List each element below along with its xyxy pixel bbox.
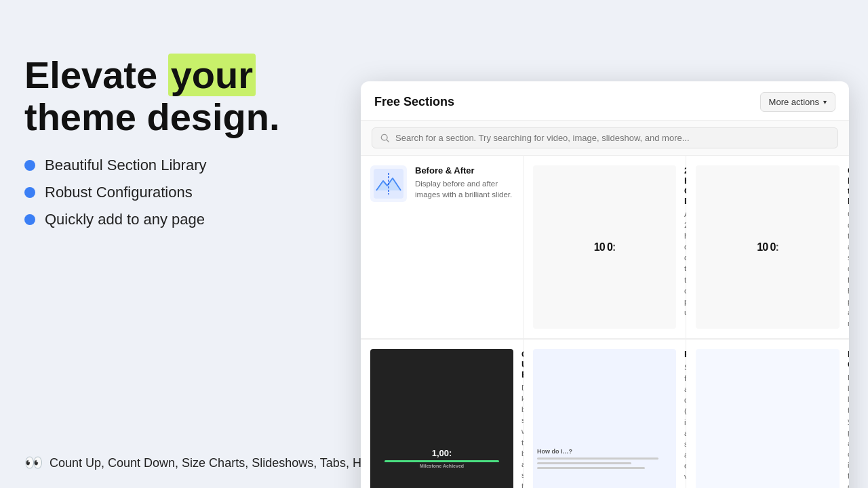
section-card-count-up-banner[interactable]: 1,00: Milestone Achieved Count Up Banner…	[361, 339, 524, 488]
card-thumb-before-after	[370, 165, 407, 202]
section-card-before-after[interactable]: Before & After Display before and after …	[361, 156, 524, 339]
card-thumb-countdown-to-date: 10 0:	[696, 165, 840, 329]
bullet-item-3: Quickly add to any page	[24, 211, 336, 228]
left-panel: Elevate your theme design. Beautiful Sec…	[24, 54, 336, 245]
faq-line-3	[537, 467, 645, 469]
section-card-feature-grid[interactable]: Feature Grid Display beautiful links to …	[686, 339, 849, 488]
card-desc-before-after: Display before and after images with a b…	[415, 178, 513, 200]
search-bar	[361, 121, 849, 156]
headline-text-2: theme design.	[24, 96, 280, 138]
search-input[interactable]	[395, 133, 829, 143]
faq-q-label: How do I…?	[537, 448, 572, 455]
countdown-to-date-text: 10 0:	[757, 241, 778, 253]
section-card-24hr-countdown[interactable]: 10 0: 24 Hour Count Down A 24 hour count…	[524, 156, 686, 339]
faq-line-2	[537, 462, 631, 464]
section-card-faq[interactable]: How do I…? FAQ Show frequently asked que…	[524, 339, 686, 488]
bullet-text-3: Quickly add to any page	[45, 211, 205, 228]
sections-grid: Before & After Display before and after …	[361, 156, 849, 488]
modal-title: Free Sections	[374, 95, 454, 109]
headline-highlight: your	[168, 54, 256, 96]
countup-bar	[384, 460, 499, 462]
bullet-item-1: Beautiful Section Library	[24, 157, 336, 174]
card-thumb-feature-grid	[696, 349, 840, 488]
headline-text-1: Elevate	[24, 54, 168, 96]
bullet-dot-1	[24, 160, 35, 171]
countup-label: Milestone Achieved	[420, 464, 464, 468]
card-thumb-faq: How do I…?	[533, 349, 676, 488]
bullet-dot-3	[24, 214, 35, 225]
bullet-dot-2	[24, 187, 35, 198]
more-actions-label: More actions	[769, 97, 819, 107]
section-card-countdown-to-date[interactable]: 10 0: Count Down to Date Count down to a…	[686, 156, 849, 339]
free-sections-modal: Free Sections More actions ▾	[361, 81, 849, 488]
card-thumb-24hr-countdown: 10 0:	[533, 165, 676, 329]
bullet-text-2: Robust Configurations	[45, 184, 193, 201]
bullet-text-1: Beautiful Section Library	[45, 157, 206, 174]
headline: Elevate your theme design.	[24, 54, 336, 138]
countdown-text: 10 0:	[594, 241, 615, 253]
bullet-item-2: Robust Configurations	[24, 184, 336, 201]
countup-value: 1,00:	[432, 448, 452, 458]
card-title-before-after: Before & After	[415, 165, 513, 176]
modal-header: Free Sections More actions ▾	[361, 81, 849, 121]
before-after-icon	[374, 169, 403, 199]
chevron-down-icon: ▾	[823, 98, 827, 106]
card-info-before-after: Before & After Display before and after …	[415, 165, 513, 200]
bullet-list: Beautiful Section Library Robust Configu…	[24, 157, 336, 228]
card-thumb-count-up-banner: 1,00: Milestone Achieved	[370, 349, 513, 488]
more-actions-button[interactable]: More actions ▾	[760, 92, 835, 112]
eyes-emoji-icon: 👀	[24, 454, 43, 472]
search-icon	[380, 134, 390, 143]
faq-line-1	[537, 458, 658, 460]
svg-line-1	[387, 140, 389, 142]
search-input-wrap[interactable]	[372, 127, 838, 148]
